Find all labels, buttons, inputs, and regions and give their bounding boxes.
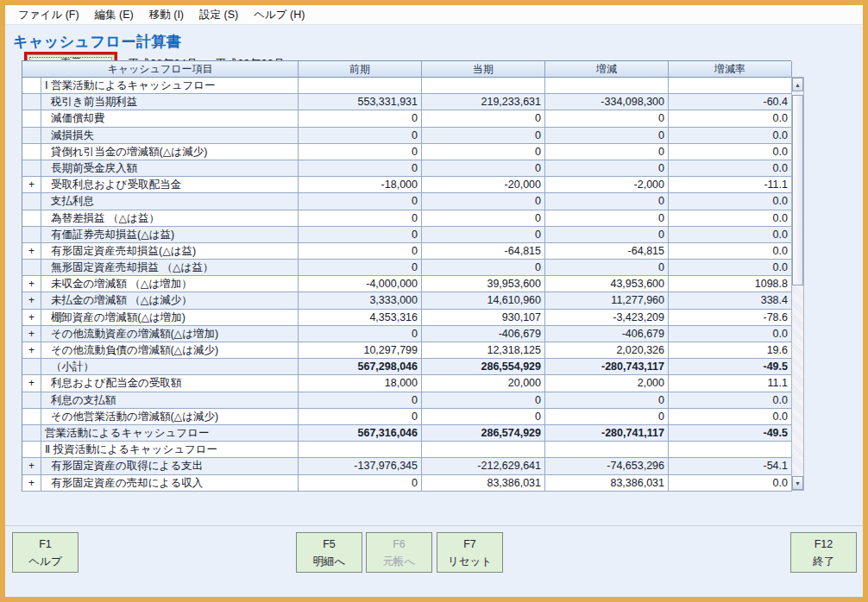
row-expand-cell[interactable]: + xyxy=(22,375,41,392)
row-value-rate xyxy=(669,78,792,94)
row-value-prev: 0 xyxy=(299,243,422,260)
fkey-button-f1[interactable]: F1ヘルプ xyxy=(12,532,79,573)
row-value-prev: -137,976,345 xyxy=(299,458,422,474)
row-label: 未払金の増減額 （△は減少） xyxy=(41,292,299,309)
menu-item[interactable]: 編集 (E) xyxy=(87,5,142,25)
row-value-current: 83,386,031 xyxy=(422,475,545,492)
row-value-current: -406,679 xyxy=(422,326,545,342)
row-expand-cell[interactable]: + xyxy=(22,458,41,474)
table-row[interactable]: Ⅰ 営業活動によるキャッシュフロー xyxy=(22,78,791,94)
table-row[interactable]: 貸倒れ引当金の増減額(△は減少)0000.0 xyxy=(22,144,791,160)
table-row[interactable]: 減損損失0000.0 xyxy=(22,128,791,144)
row-label: 利息および配当金の受取額 xyxy=(41,375,299,392)
row-expand-cell[interactable]: + xyxy=(22,326,41,342)
row-value-diff: -74,653,296 xyxy=(545,458,669,474)
row-value-current: -20,000 xyxy=(422,177,545,193)
vertical-scrollbar[interactable]: ▲ ▼ xyxy=(791,77,804,491)
table-row[interactable]: Ⅱ 投資活動によるキャッシュフロー xyxy=(22,442,791,458)
row-expand-cell[interactable]: + xyxy=(22,243,41,260)
row-label: （小計） xyxy=(41,359,299,375)
table-row[interactable]: （小計）567,298,046286,554,929-280,743,117-4… xyxy=(22,359,791,375)
table-row[interactable]: 税引き前当期利益553,331,931219,233,631-334,098,3… xyxy=(22,94,791,110)
table-row[interactable]: +未収金の増減額 （△は増加）-4,000,00039,953,60043,95… xyxy=(22,276,791,292)
scroll-thumb[interactable] xyxy=(792,95,803,285)
fkey-button-f5[interactable]: F5明細へ xyxy=(296,532,362,573)
table-row[interactable]: 有価証券売却損益(△は益)0000.0 xyxy=(22,227,791,243)
fkey-key: F12 xyxy=(815,536,833,553)
table-row[interactable]: +有形固定資産の売却による収入083,386,03183,386,0310.0 xyxy=(22,475,791,492)
fkey-button-f7[interactable]: F7リセット xyxy=(437,532,503,573)
fkey-key: F7 xyxy=(463,536,476,553)
row-value-rate: 0.0 xyxy=(669,210,792,227)
menu-item[interactable]: ファイル (F) xyxy=(10,5,87,25)
fkey-label: リセット xyxy=(448,553,492,570)
table-row[interactable]: +その他流動負債の増減額(△は減少)10,297,79912,318,1252,… xyxy=(22,342,791,359)
row-value-current: 0 xyxy=(422,110,545,127)
row-value-prev: 18,000 xyxy=(299,375,422,392)
row-value-rate: 0.0 xyxy=(669,475,792,492)
table-row[interactable]: その他営業活動の増減額(△は減少)0000.0 xyxy=(22,409,791,425)
column-header-item: キャッシュフロー項目 xyxy=(22,61,299,78)
row-value-prev xyxy=(299,78,422,94)
table-row[interactable]: +未払金の増減額 （△は減少）3,333,00014,610,96011,277… xyxy=(22,292,791,309)
row-expand-cell xyxy=(22,110,41,127)
table-row[interactable]: 減価償却費0000.0 xyxy=(22,110,791,127)
row-expand-cell[interactable]: + xyxy=(22,276,41,292)
scroll-down-button[interactable]: ▼ xyxy=(792,476,803,490)
row-value-diff: 11,277,960 xyxy=(545,292,669,309)
menu-item[interactable]: 移動 (I) xyxy=(142,5,192,25)
row-label: 営業活動によるキャッシュフロー xyxy=(41,425,299,442)
table-row[interactable]: 長期前受金戻入額0000.0 xyxy=(22,160,791,177)
fkey-label: 明細へ xyxy=(313,553,346,570)
row-label: 有形固定資産の売却による収入 xyxy=(41,475,299,492)
row-expand-cell[interactable]: + xyxy=(22,342,41,359)
row-expand-cell[interactable]: + xyxy=(22,310,41,326)
row-label: 減損損失 xyxy=(41,128,299,144)
row-expand-cell xyxy=(22,227,41,243)
menu-item[interactable]: ヘルプ (H) xyxy=(246,5,312,25)
row-value-current: 286,574,929 xyxy=(422,425,545,442)
row-value-diff: -406,679 xyxy=(545,326,669,342)
row-expand-cell[interactable]: + xyxy=(22,177,41,193)
row-value-prev: -18,000 xyxy=(299,177,422,193)
row-value-diff: 0 xyxy=(545,392,669,409)
row-value-diff: 0 xyxy=(545,409,669,425)
menu-bar: ファイル (F)編集 (E)移動 (I)設定 (S)ヘルプ (H) xyxy=(5,5,863,25)
row-expand-cell[interactable]: + xyxy=(22,292,41,309)
table-row[interactable]: +有形固定資産の取得による支出-137,976,345-212,629,641-… xyxy=(22,458,791,474)
row-value-diff: 0 xyxy=(545,160,669,177)
row-expand-cell xyxy=(22,392,41,409)
table-row[interactable]: 為替差損益 （△は益）0000.0 xyxy=(22,210,791,227)
column-header-current: 当期 xyxy=(422,61,545,78)
row-value-rate: 0.0 xyxy=(669,193,792,210)
row-value-rate: 0.0 xyxy=(669,227,792,243)
row-value-rate: 0.0 xyxy=(669,128,792,144)
table-row[interactable]: +利息および配当金の受取額18,00020,0002,00011.1 xyxy=(22,375,791,392)
table-row[interactable]: 利息の支払額0000.0 xyxy=(22,392,791,409)
table-row[interactable]: +有形固定資産売却損益(△は益)0-64,815-64,8150.0 xyxy=(22,243,791,260)
row-value-current: 286,554,929 xyxy=(422,359,545,375)
row-value-diff: 0 xyxy=(545,193,669,210)
row-value-current: 0 xyxy=(422,210,545,227)
scroll-up-button[interactable]: ▲ xyxy=(792,78,803,91)
row-label: 無形固定資産売却損益 （△は益） xyxy=(41,260,299,276)
row-value-diff: 0 xyxy=(545,260,669,276)
menu-item[interactable]: 設定 (S) xyxy=(192,5,246,25)
row-value-current: -64,815 xyxy=(422,243,545,260)
page-title: キャッシュフロー計算書 xyxy=(13,32,181,52)
row-value-rate: -49.5 xyxy=(669,359,792,375)
table-row[interactable]: +棚卸資産の増減額(△は増加)4,353,316930,107-3,423,20… xyxy=(22,310,791,326)
table-row[interactable]: 営業活動によるキャッシュフロー567,316,046286,574,929-28… xyxy=(22,425,791,442)
table-row[interactable]: 支払利息0000.0 xyxy=(22,193,791,210)
row-value-current: 0 xyxy=(422,227,545,243)
row-value-current: 12,318,125 xyxy=(422,342,545,359)
row-value-rate: 0.0 xyxy=(669,160,792,177)
table-row[interactable]: 無形固定資産売却損益 （△は益）0000.0 xyxy=(22,260,791,276)
row-value-current xyxy=(422,78,545,94)
row-expand-cell[interactable]: + xyxy=(22,475,41,492)
row-value-diff: 0 xyxy=(545,128,669,144)
row-value-current xyxy=(422,442,545,458)
fkey-button-f12[interactable]: F12終了 xyxy=(790,532,857,573)
table-row[interactable]: +その他流動資産の増減額(△は増加)0-406,679-406,6790.0 xyxy=(22,326,791,342)
table-row[interactable]: +受取利息および受取配当金-18,000-20,000-2,000-11.1 xyxy=(22,177,791,193)
